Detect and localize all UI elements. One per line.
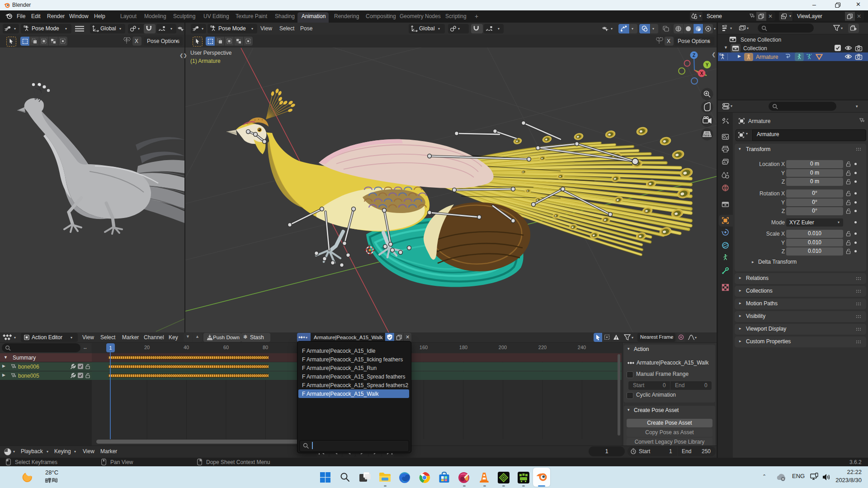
svg-text:40: 40 bbox=[184, 345, 189, 350]
svg-text:Y: Y bbox=[706, 62, 709, 67]
svg-text:180: 180 bbox=[459, 345, 467, 350]
svg-text:20: 20 bbox=[144, 345, 150, 350]
svg-text:80: 80 bbox=[263, 345, 268, 350]
svg-text:240: 240 bbox=[578, 345, 586, 350]
svg-text:60: 60 bbox=[223, 345, 229, 350]
svg-text:220: 220 bbox=[538, 345, 547, 350]
svg-text:160: 160 bbox=[420, 345, 428, 350]
svg-text:Z: Z bbox=[693, 53, 695, 58]
svg-text:200: 200 bbox=[499, 345, 507, 350]
svg-text:X: X bbox=[700, 71, 703, 76]
